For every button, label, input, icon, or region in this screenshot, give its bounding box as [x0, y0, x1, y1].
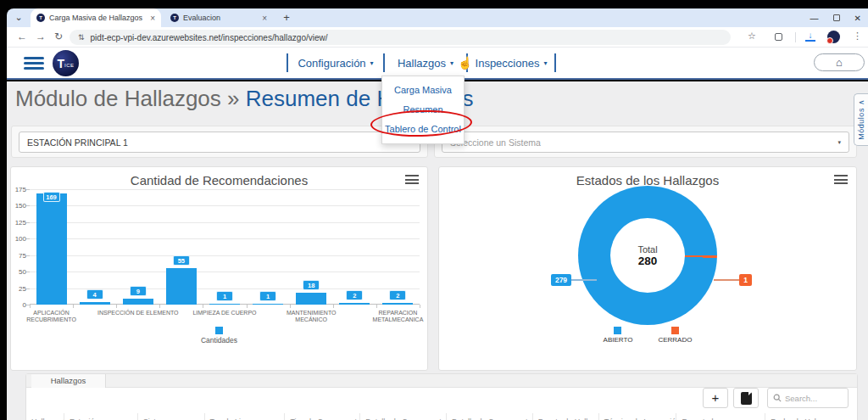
menu-item-carga-masiva[interactable]: Carga Masiva: [382, 81, 464, 100]
chevron-down-icon: ▾: [543, 59, 547, 67]
main-nav: Configuración ▾ Hallazgos ▾ Inspecciones…: [287, 48, 556, 78]
bar-chart-legend[interactable]: Cantidades: [11, 327, 427, 344]
chart-menu-icon[interactable]: [405, 175, 419, 184]
minimize-icon[interactable]: —: [810, 14, 819, 23]
y-axis-tick: [26, 255, 30, 256]
chevron-up-icon: ∧: [857, 99, 865, 105]
app-logo[interactable]: TICE: [53, 50, 79, 76]
nav-label: Inspecciones: [476, 57, 540, 70]
x-axis-category-label: LIMPIEZA DE CUERPO: [184, 310, 265, 316]
column-header[interactable]: Técnica de Inspección: [598, 413, 676, 420]
gridline: [30, 255, 420, 256]
grid-search: [767, 388, 849, 408]
y-axis-label: 0: [11, 301, 26, 309]
download-icon[interactable]: ↓: [805, 31, 815, 42]
hamburger-menu-icon[interactable]: [24, 57, 44, 70]
x-axis-tick: [376, 305, 377, 308]
tab-title: Carga Masiva de Hallazgos: [49, 14, 146, 22]
bar-5[interactable]: [253, 304, 283, 305]
column-header[interactable]: Tag de Linea: [204, 413, 285, 420]
bar-6[interactable]: [296, 293, 326, 305]
bar-chart-title: Cantidad de Recomendaciones: [11, 173, 427, 188]
x-axis-tick: [333, 305, 334, 308]
bar-value-label: 1: [216, 291, 233, 301]
extensions-icon[interactable]: [775, 33, 782, 41]
search-icon: [773, 394, 782, 402]
legend-item-cerrado[interactable]: CERRADO: [658, 327, 692, 344]
profile-avatar[interactable]: [827, 31, 840, 43]
search-input[interactable]: [785, 394, 839, 403]
legend-swatch: [614, 327, 621, 334]
column-header[interactable]: Tipo de Componente: [284, 413, 359, 420]
modules-side-tab[interactable]: Módulos ∧: [854, 93, 868, 146]
x-axis-category-label: MANTENIMIENTO MECÁNICO: [270, 310, 352, 324]
y-axis-label: 125: [11, 219, 26, 227]
legend-label: CERRADO: [658, 336, 692, 344]
title-module: Módulo de Hallazgos: [15, 86, 221, 111]
close-icon[interactable]: ×: [262, 14, 267, 23]
tab-hallazgos[interactable]: Hallazgos: [31, 374, 106, 388]
bar-4[interactable]: [209, 304, 240, 305]
x-axis-tick: [203, 305, 203, 308]
forward-icon[interactable]: →: [36, 31, 46, 42]
bar-value-label: 9: [130, 286, 147, 296]
window-controls: — ✕: [810, 8, 861, 27]
export-button[interactable]: [733, 388, 759, 408]
bar-0[interactable]: [36, 193, 67, 305]
station-select-value: ESTACIÓN PRINCIPAL 1: [27, 137, 128, 148]
site-info-icon[interactable]: ⇅: [78, 33, 85, 42]
favicon-icon: T: [36, 14, 45, 22]
bar-3[interactable]: [166, 268, 197, 305]
browser-menu-icon[interactable]: ⋮: [853, 31, 862, 42]
bar-1[interactable]: [80, 302, 110, 305]
nav-label: Hallazgos: [398, 57, 446, 70]
column-header[interactable]: Fuente de Hallazgo: [532, 413, 598, 420]
back-icon[interactable]: ←: [17, 31, 27, 42]
x-axis-tick: [116, 305, 117, 308]
system-select[interactable]: Seleccione un Sistema ▾: [442, 132, 849, 153]
column-header[interactable]: Hallazgo Id: [26, 413, 64, 420]
column-header[interactable]: Reportado por: [676, 413, 765, 420]
new-tab-button[interactable]: +: [280, 11, 293, 25]
bar-value-label: 2: [346, 290, 363, 300]
column-header[interactable]: Fecha de Hal: [765, 413, 857, 420]
modules-tab-label: Módulos: [857, 108, 865, 140]
donut-center-title: Total: [637, 244, 657, 255]
gridline: [30, 189, 420, 190]
column-header[interactable]: Sistema: [137, 413, 204, 420]
bar-2[interactable]: [123, 299, 153, 305]
bar-value-label: 4: [86, 289, 103, 300]
bar-7[interactable]: [339, 303, 370, 305]
y-axis-label: 175: [11, 186, 26, 193]
nav-label: Configuración: [298, 57, 365, 70]
station-select[interactable]: ESTACIÓN PRINCIPAL 1 ▾: [19, 132, 420, 153]
home-button[interactable]: ⌂: [814, 53, 865, 71]
close-icon[interactable]: ×: [150, 14, 155, 23]
add-row-button[interactable]: +: [703, 388, 728, 408]
screen-top-bar: [0, 0, 868, 8]
data-label-connector: [571, 279, 597, 281]
column-header[interactable]: Detalle de Componente 1: [359, 413, 446, 420]
bookmark-star-icon[interactable]: ☆: [748, 31, 756, 42]
tab-search-icon[interactable]: ⌄: [12, 11, 25, 25]
url-field[interactable]: ⇅ pidt-ecp-vpi-dev.azurewebsites.net/ins…: [70, 30, 731, 45]
restore-icon[interactable]: [833, 14, 840, 21]
y-axis-tick: [26, 238, 30, 239]
close-window-icon[interactable]: ✕: [854, 14, 861, 23]
x-axis-category-label: APLICACIÓN RECUBRIMIENTO: [11, 310, 92, 324]
x-axis-tick: [73, 305, 74, 308]
gridline: [30, 238, 420, 239]
browser-tab-active[interactable]: T Carga Masiva de Hallazgos ×: [31, 8, 161, 27]
nav-item-configuracion[interactable]: Configuración ▾: [288, 48, 383, 78]
bar-8[interactable]: [382, 303, 413, 305]
reload-icon[interactable]: ↻: [54, 31, 63, 42]
nav-item-inspecciones[interactable]: Inspecciones ▾: [468, 48, 554, 78]
screen: ⌄ T Carga Masiva de Hallazgos × T Evalua…: [0, 0, 868, 420]
nav-item-hallazgos[interactable]: Hallazgos ▾: [385, 48, 466, 78]
y-axis-label: 150: [11, 202, 26, 210]
browser-tab-inactive[interactable]: T Evaluacion ×: [164, 8, 273, 27]
column-header[interactable]: Detalle de Componente 2: [446, 413, 532, 420]
legend-item-abierto[interactable]: ABIERTO: [604, 327, 633, 344]
column-header[interactable]: Estación: [64, 413, 137, 420]
chart-menu-icon[interactable]: [834, 175, 848, 184]
